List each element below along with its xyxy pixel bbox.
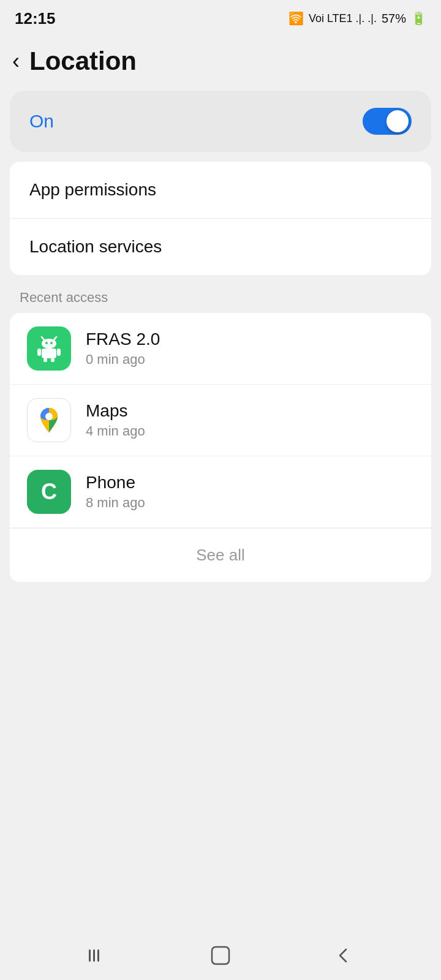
- maps-icon: [27, 398, 71, 442]
- maps-name: Maps: [86, 401, 145, 421]
- svg-rect-6: [37, 349, 41, 356]
- signal-icon: Voi LTE1 .|. .|.: [309, 12, 377, 25]
- svg-rect-12: [93, 949, 95, 962]
- nav-home-button[interactable]: [208, 943, 233, 968]
- maps-info: Maps 4 min ago: [86, 401, 145, 439]
- menu-item-location-services[interactable]: Location services: [10, 219, 431, 275]
- svg-rect-5: [42, 349, 56, 358]
- phone-time: 8 min ago: [86, 495, 145, 511]
- status-bar: 12:15 🛜 Voi LTE1 .|. .|. 57% 🔋: [0, 0, 441, 34]
- bottom-navigation: [0, 931, 441, 980]
- battery-icon: 🔋: [411, 11, 426, 26]
- svg-rect-14: [212, 947, 229, 964]
- recent-access-label: Recent access: [10, 285, 431, 313]
- nav-back-button[interactable]: [333, 944, 355, 967]
- back-button[interactable]: ‹: [12, 48, 20, 74]
- status-icons: 🛜 Voi LTE1 .|. .|. 57% 🔋: [288, 11, 426, 26]
- recent-access-section: Recent access: [10, 285, 431, 582]
- menu-section-card: App permissions Location services: [10, 162, 431, 275]
- fras-time: 0 min ago: [86, 352, 160, 368]
- svg-rect-7: [57, 349, 61, 356]
- toggle-knob: [386, 110, 409, 132]
- svg-line-0: [42, 337, 44, 340]
- nav-recent-button[interactable]: [86, 944, 108, 967]
- phone-icon: C: [27, 470, 71, 514]
- svg-rect-9: [51, 358, 55, 362]
- phone-info: Phone 8 min ago: [86, 473, 145, 511]
- app-item-phone[interactable]: C Phone 8 min ago: [10, 456, 431, 528]
- toggle-label: On: [29, 111, 54, 132]
- battery-text: 57%: [382, 12, 406, 26]
- maps-time: 4 min ago: [86, 423, 145, 439]
- svg-rect-8: [43, 358, 47, 362]
- svg-point-2: [42, 339, 56, 349]
- header: ‹ Location: [0, 34, 441, 91]
- app-item-fras[interactable]: FRAS 2.0 0 min ago: [10, 313, 431, 385]
- phone-letter: C: [41, 479, 57, 505]
- svg-point-10: [45, 413, 53, 420]
- fras-info: FRAS 2.0 0 min ago: [86, 330, 160, 368]
- see-all-label: See all: [196, 546, 245, 565]
- location-toggle-switch[interactable]: [363, 108, 412, 135]
- see-all-button[interactable]: See all: [10, 528, 431, 582]
- svg-point-4: [50, 342, 53, 344]
- svg-point-3: [45, 342, 48, 344]
- location-toggle-card[interactable]: On: [10, 91, 431, 152]
- fras-icon: [27, 326, 71, 371]
- svg-line-1: [54, 337, 56, 340]
- status-time: 12:15: [15, 9, 56, 28]
- page-title: Location: [29, 47, 137, 76]
- app-item-maps[interactable]: Maps 4 min ago: [10, 385, 431, 456]
- phone-name: Phone: [86, 473, 145, 492]
- svg-rect-13: [97, 949, 99, 962]
- recent-access-card: FRAS 2.0 0 min ago Maps 4 min ago: [10, 313, 431, 582]
- wifi-icon: 🛜: [288, 11, 304, 26]
- svg-rect-11: [89, 949, 91, 962]
- fras-name: FRAS 2.0: [86, 330, 160, 349]
- menu-item-app-permissions[interactable]: App permissions: [10, 162, 431, 219]
